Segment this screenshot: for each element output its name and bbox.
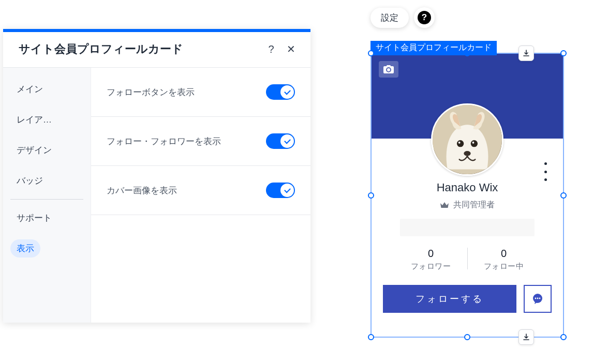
help-icon[interactable]: ? — [264, 42, 278, 56]
resize-handle-b[interactable] — [464, 334, 470, 340]
following-count: 0 — [468, 248, 540, 260]
svg-point-4 — [472, 142, 475, 144]
panel-body: メイン レイア… デザイン バッジ サポート 表示 フォローボタンを表示 フォロ… — [3, 68, 310, 323]
close-icon[interactable]: ✕ — [284, 42, 298, 56]
check-icon — [284, 137, 291, 144]
setting-row-cover-image: カバー画像を表示 — [91, 166, 310, 215]
follow-stats: 0 フォロワー 0 フォロー中 — [372, 248, 563, 271]
following-stat[interactable]: 0 フォロー中 — [468, 248, 540, 271]
open-settings-button[interactable]: 設定 — [370, 8, 409, 28]
check-icon — [284, 88, 291, 95]
following-label: フォロー中 — [468, 262, 540, 271]
sidebar-item-design[interactable]: デザイン — [10, 141, 83, 159]
setting-row-follow-button: フォローボタンを表示 — [91, 68, 310, 117]
toggle-knob — [280, 134, 294, 148]
more-menu-button[interactable] — [539, 162, 552, 181]
svg-point-2 — [471, 140, 478, 147]
panel-header: サイト会員プロフィールカード ? ✕ — [3, 32, 310, 68]
sidebar-item-main[interactable]: メイン — [10, 80, 83, 98]
resize-handle-t[interactable] — [464, 50, 470, 56]
setting-row-follow-stats: フォロー・フォロワーを表示 — [91, 117, 310, 166]
avatar-image — [433, 105, 502, 174]
svg-point-7 — [535, 298, 537, 299]
toggle-follow-stats[interactable] — [266, 133, 295, 149]
toggle-knob — [280, 184, 294, 197]
setting-label: カバー画像を表示 — [107, 185, 177, 196]
panel-title: サイト会員プロフィールカード — [19, 41, 259, 57]
svg-point-9 — [539, 298, 541, 299]
download-icon — [522, 49, 530, 57]
toggle-knob — [280, 85, 294, 99]
setting-label: フォローボタンを表示 — [107, 86, 195, 98]
toggle-follow-button[interactable] — [266, 84, 295, 100]
component-action-bar: 設定 ? — [370, 7, 435, 28]
resize-handle-r[interactable] — [560, 192, 567, 199]
avatar[interactable] — [431, 103, 503, 176]
display-name: Hanako Wix — [372, 181, 563, 194]
sidebar-divider — [10, 199, 83, 200]
resize-handle-tl[interactable] — [368, 50, 374, 56]
download-icon — [522, 333, 530, 341]
resize-handle-l[interactable] — [368, 192, 374, 199]
sidebar-item-display[interactable]: 表示 — [10, 239, 40, 257]
resize-handle-tr[interactable] — [560, 50, 567, 56]
sidebar-item-support[interactable]: サポート — [10, 209, 83, 227]
followers-count: 0 — [395, 248, 467, 260]
settings-sidebar: メイン レイア… デザイン バッジ サポート 表示 — [3, 68, 91, 323]
role-label: 共同管理者 — [453, 200, 495, 210]
sidebar-item-badge[interactable]: バッジ — [10, 172, 83, 190]
svg-point-3 — [458, 142, 461, 144]
profile-card-preview[interactable]: Hanako Wix 共同管理者 0 フォロワー 0 フォロー中 フォローする — [370, 53, 564, 338]
stretch-top-button[interactable] — [518, 46, 534, 61]
svg-point-5 — [464, 151, 470, 156]
help-button[interactable]: ? — [414, 7, 435, 28]
resize-handle-bl[interactable] — [368, 334, 374, 340]
resize-handle-br[interactable] — [560, 334, 567, 340]
svg-point-1 — [457, 140, 464, 147]
question-icon: ? — [418, 11, 431, 24]
stretch-bottom-button[interactable] — [518, 329, 534, 345]
chat-button[interactable] — [524, 285, 552, 313]
selected-component-label: サイト会員プロフィールカード — [370, 41, 497, 55]
setting-label: フォロー・フォロワーを表示 — [107, 135, 221, 147]
role-row: 共同管理者 — [372, 200, 563, 210]
follow-button[interactable]: フォローする — [383, 285, 516, 313]
settings-content: フォローボタンを表示 フォロー・フォロワーを表示 カバー画像を表示 — [91, 68, 310, 323]
camera-icon — [383, 65, 394, 73]
settings-panel: サイト会員プロフィールカード ? ✕ メイン レイア… デザイン バッジ サポー… — [3, 29, 310, 323]
check-icon — [284, 186, 291, 193]
card-actions: フォローする — [372, 285, 563, 324]
chat-icon — [531, 293, 544, 305]
bio-placeholder — [400, 219, 535, 236]
svg-point-8 — [537, 298, 539, 299]
crown-icon — [440, 202, 449, 209]
followers-stat[interactable]: 0 フォロワー — [395, 248, 467, 271]
change-cover-button[interactable] — [379, 61, 398, 78]
sidebar-item-layout[interactable]: レイア… — [10, 111, 83, 129]
followers-label: フォロワー — [395, 262, 467, 271]
toggle-cover-image[interactable] — [266, 183, 295, 198]
